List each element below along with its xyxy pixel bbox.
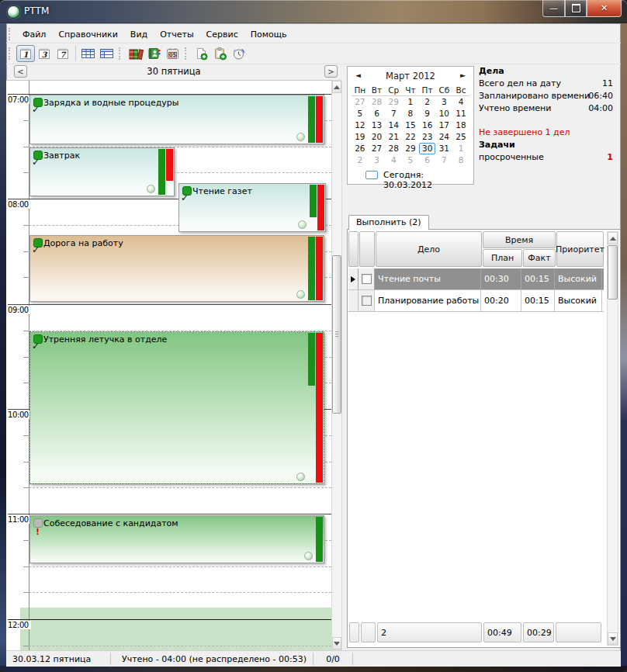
calendar-next-month-button[interactable]: ► bbox=[460, 71, 466, 79]
event-1[interactable]: ✓Завтрак bbox=[29, 147, 175, 196]
calendar-day[interactable]: 7 bbox=[385, 108, 402, 120]
day-scrollbar-thumb[interactable] bbox=[332, 255, 341, 414]
table-view-icon bbox=[81, 47, 96, 61]
calendar-day[interactable]: 27 bbox=[352, 96, 369, 108]
table-scroll-up-button[interactable] bbox=[608, 232, 618, 244]
calendar-day[interactable]: 29 bbox=[402, 143, 419, 154]
calendar-day[interactable]: 10 bbox=[436, 108, 453, 120]
calendar-day[interactable]: 9 bbox=[419, 108, 436, 120]
calendar-day[interactable]: 1 bbox=[452, 143, 469, 154]
three-day-view-button[interactable]: 3 bbox=[35, 45, 54, 62]
calendar-day[interactable]: 27 bbox=[369, 143, 386, 154]
calendar-day[interactable]: 26 bbox=[352, 143, 369, 154]
table-scrollbar-thumb[interactable] bbox=[608, 245, 618, 300]
new-task-button[interactable] bbox=[192, 45, 211, 62]
quarter-hour-tick bbox=[23, 462, 29, 462]
table-view-button[interactable] bbox=[79, 45, 98, 62]
event-0[interactable]: ✓Зарядка и водные процедуры bbox=[29, 95, 324, 144]
scroll-down-button[interactable] bbox=[332, 637, 341, 649]
calendar-day[interactable]: 28 bbox=[385, 143, 402, 154]
task-table-scrollbar[interactable] bbox=[607, 231, 618, 646]
calendar-day[interactable]: 19 bbox=[352, 131, 369, 143]
day-view-button[interactable]: 1 bbox=[16, 45, 35, 62]
close-button[interactable]: ✕ bbox=[587, 0, 622, 17]
menu-item-0[interactable]: Файл bbox=[16, 27, 52, 42]
event-3[interactable]: ✓Дорога на работу bbox=[29, 235, 324, 302]
task-checkbox[interactable] bbox=[362, 296, 372, 306]
calendar-day[interactable]: 15 bbox=[402, 120, 419, 131]
column-header-fact[interactable]: Факт bbox=[523, 249, 556, 267]
event-5[interactable]: !Собеседование с кандидатом bbox=[29, 515, 324, 563]
calendar-day[interactable]: 2 bbox=[352, 154, 369, 166]
contacts-book-icon bbox=[147, 47, 162, 61]
menu-item-2[interactable]: Вид bbox=[124, 27, 154, 42]
timer-button[interactable] bbox=[230, 45, 248, 62]
calendar-day[interactable]: 8 bbox=[402, 108, 419, 120]
task-checkbox[interactable] bbox=[362, 274, 372, 284]
calendar-day[interactable]: 12 bbox=[352, 120, 369, 131]
calendar-day[interactable]: 14 bbox=[385, 120, 402, 131]
event-2[interactable]: ✓Чтение газет bbox=[178, 183, 326, 232]
calendar-day[interactable]: 29 bbox=[385, 96, 402, 108]
calendar-day[interactable]: 4 bbox=[452, 96, 469, 108]
tab-execute[interactable]: Выполнить (2) bbox=[348, 215, 429, 230]
week-view-button[interactable]: 7 bbox=[54, 45, 72, 62]
calendar-day-selected[interactable]: 30 bbox=[419, 143, 436, 154]
menu-item-3[interactable]: Отчеты bbox=[154, 27, 199, 42]
today-marker-box[interactable] bbox=[365, 171, 378, 179]
table-scroll-down-button[interactable] bbox=[608, 632, 618, 645]
journals-button[interactable] bbox=[126, 45, 145, 62]
menu-item-4[interactable]: Сервис bbox=[200, 27, 244, 42]
calendar-day[interactable]: 8 bbox=[452, 154, 469, 166]
calendar-day[interactable]: 31 bbox=[436, 143, 453, 154]
calendar-day[interactable]: 18 bbox=[452, 120, 469, 131]
contacts-book-button[interactable] bbox=[145, 45, 164, 62]
calendar-day[interactable]: 24 bbox=[436, 131, 453, 143]
maximize-button[interactable] bbox=[565, 0, 587, 17]
day-view-scrollbar[interactable] bbox=[331, 80, 342, 650]
calendar-day[interactable]: 21 bbox=[385, 131, 402, 143]
calendar-day[interactable]: 5 bbox=[352, 108, 369, 120]
column-header-priority[interactable]: Приоритет bbox=[556, 231, 604, 267]
calendar-day[interactable]: 17 bbox=[436, 120, 453, 131]
check-icon: ✓ bbox=[181, 192, 189, 203]
calendar-day[interactable]: 25 bbox=[452, 131, 469, 143]
calendar-day[interactable]: 3 bbox=[436, 96, 453, 108]
calendar-day[interactable]: 4 bbox=[385, 154, 402, 166]
calendar-day[interactable]: 1 bbox=[402, 96, 419, 108]
menu-item-1[interactable]: Справочники bbox=[52, 27, 123, 42]
toolbar: 1 3 7 05 bbox=[6, 43, 621, 64]
calendar-month-label[interactable]: Март 2012 bbox=[348, 71, 473, 81]
minimize-button[interactable]: — bbox=[542, 0, 565, 17]
lunch-break-band[interactable] bbox=[20, 608, 331, 651]
calendar-day[interactable]: 11 bbox=[452, 108, 469, 120]
column-header-plan[interactable]: План bbox=[483, 249, 522, 267]
calendar-day[interactable]: 23 bbox=[419, 131, 436, 143]
next-day-button[interactable]: > bbox=[324, 65, 338, 78]
hour-line-noon bbox=[8, 619, 331, 620]
calendar-day[interactable]: 16 bbox=[419, 120, 436, 131]
event-4[interactable]: ✓Утренняя летучка в отделе bbox=[29, 331, 324, 484]
today-label[interactable]: Сегодня: 30.03.2012 bbox=[383, 170, 473, 190]
calendar-day[interactable]: 13 bbox=[369, 120, 386, 131]
calendar-day[interactable]: 5 bbox=[402, 154, 419, 166]
calendar-day[interactable]: 28 bbox=[369, 96, 386, 108]
calendar-date-button[interactable]: 05 bbox=[164, 45, 182, 62]
calendar-day[interactable]: 6 bbox=[419, 154, 436, 166]
new-note-button[interactable] bbox=[211, 45, 230, 62]
column-header-task[interactable]: Дело bbox=[376, 231, 482, 267]
calendar-day[interactable]: 7 bbox=[436, 154, 453, 166]
table-details-view-button[interactable] bbox=[98, 45, 116, 62]
calendar-day[interactable]: 3 bbox=[369, 154, 386, 166]
task-row-1[interactable]: Планирование работы00:2000:15Высокий bbox=[348, 290, 604, 312]
menu-item-5[interactable]: Помощь bbox=[244, 27, 293, 42]
calendar-day[interactable]: 22 bbox=[402, 131, 419, 143]
scroll-up-button[interactable] bbox=[332, 81, 341, 93]
calendar-day[interactable]: 20 bbox=[369, 131, 386, 143]
calendar-day[interactable]: 6 bbox=[369, 108, 386, 120]
task-row-0[interactable]: Чтение почты00:3000:15Высокий bbox=[348, 268, 604, 290]
column-header-time[interactable]: Время bbox=[483, 231, 556, 248]
app-clock-icon[interactable] bbox=[7, 5, 20, 19]
calendar-day[interactable]: 2 bbox=[419, 96, 436, 108]
day-schedule-grid[interactable]: 07:0008:0009:0010:0011:0012:00✓Зарядка и… bbox=[6, 80, 331, 651]
